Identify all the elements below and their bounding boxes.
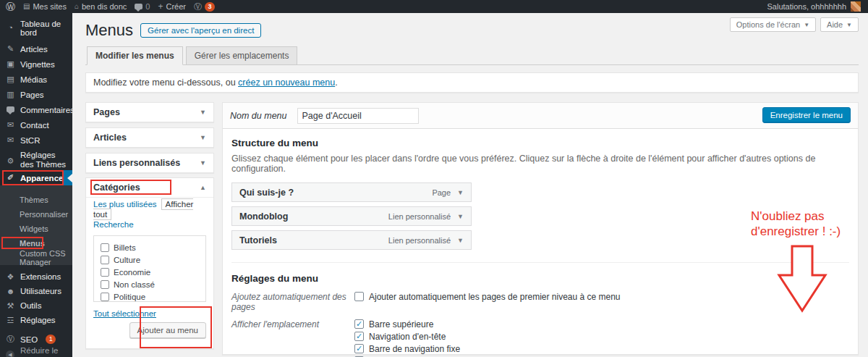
checkbox-checked[interactable]: ✓ xyxy=(354,319,364,329)
sidebar-item-appearance[interactable]: ✐ Apparence xyxy=(0,170,72,185)
submenu-item-custom-css[interactable]: Custom CSS Manager xyxy=(0,251,72,265)
tab-search[interactable]: Recherche xyxy=(93,220,134,229)
site-name-label: ben dis donc xyxy=(82,2,127,11)
sidebar-item-users[interactable]: ☻ Utilisateurs xyxy=(0,284,72,298)
structure-description: Glissez chaque élément pour les placer d… xyxy=(231,154,849,174)
checkbox-checked[interactable]: ✓ xyxy=(354,332,364,341)
sidebar-item-label: StCR xyxy=(20,136,40,145)
chevron-down-icon[interactable]: ▼ xyxy=(457,213,464,220)
settings-title: Réglages du menu xyxy=(231,273,849,284)
sidebar-item-settings[interactable]: ☲ Réglages xyxy=(0,313,72,327)
submenu-item-themes[interactable]: Thèmes xyxy=(0,193,72,207)
user-avatar[interactable] xyxy=(851,1,861,12)
sidebar-item-label: Extensions xyxy=(20,272,61,281)
wordpress-logo-menu[interactable]: Ⓦ xyxy=(6,2,15,12)
notice-text: Modifiez votre menu ci-dessous, ou xyxy=(93,77,238,88)
checkbox-unchecked[interactable] xyxy=(101,280,109,289)
admin-sidebar: ◔ Tableau de bord ✎ Articles ▣ Vignettes… xyxy=(0,13,72,357)
location-checkbox-header-nav[interactable]: ✓ Navigation d'en-tête xyxy=(354,331,475,342)
live-preview-button[interactable]: Gérer avec l'aperçu en direct xyxy=(140,23,261,38)
category-label: Non classé xyxy=(114,280,155,289)
sidebar-item-theme-settings[interactable]: ⚙ Réglages des Thèmes xyxy=(0,152,72,167)
seo-toolbar-menu[interactable]: Ⓥ 3 xyxy=(194,2,215,12)
sidebar-item-thumbnails[interactable]: ▣ Vignettes xyxy=(0,56,72,72)
checkbox-checked[interactable]: ✓ xyxy=(354,344,364,353)
sidebar-item-tools[interactable]: ⚒ Outils xyxy=(0,298,72,313)
sidebar-item-contact[interactable]: ✉ Contact xyxy=(0,117,72,133)
accordion-posts-header[interactable]: Articles ▼ xyxy=(86,128,213,147)
auto-add-checkbox-row[interactable]: Ajouter automatiquement les pages de pre… xyxy=(354,291,621,302)
auto-add-label: Ajoutez automatiquement des pages xyxy=(231,291,354,312)
menu-item-type: Page xyxy=(432,188,451,197)
submenu-item-menus[interactable]: Menus xyxy=(0,236,72,251)
sidebar-item-label: Médias xyxy=(20,75,47,84)
help-button[interactable]: Aide ▼ xyxy=(820,17,859,32)
menu-editor-panel: Nom du menu Enregistrer le menu Structur… xyxy=(222,102,859,355)
comment-bubble-icon xyxy=(135,4,142,9)
sidebar-item-collapse-menu[interactable]: ◀ Réduire le menu xyxy=(0,347,72,357)
save-menu-button-top[interactable]: Enregistrer le menu xyxy=(762,107,851,123)
create-new-menu-link[interactable]: créez un nouveau menu xyxy=(238,77,335,88)
accordion-pages-header[interactable]: Pages ▼ xyxy=(86,103,213,122)
accordion-custom-links-header[interactable]: Liens personnalisés ▼ xyxy=(86,154,213,172)
sidebar-item-label: SEO xyxy=(20,335,38,344)
menu-item-mondoblog[interactable]: Mondoblog Lien personnalisé ▼ xyxy=(231,206,472,226)
sidebar-item-comments[interactable]: Commentaires xyxy=(0,102,72,117)
checkbox-unchecked[interactable] xyxy=(101,256,109,264)
home-icon: ⌂ xyxy=(75,3,79,10)
add-to-menu-button[interactable]: Ajouter au menu xyxy=(129,322,206,338)
seo-badge: 1 xyxy=(46,335,56,344)
menu-name-input[interactable] xyxy=(297,108,419,124)
current-menu-arrow xyxy=(64,170,72,185)
menu-structure-list: Qui suis-je ? Page ▼ Mondoblog Lien pers… xyxy=(231,182,472,250)
accordion-categories: Catégories ▲ Les plus utiliséesAfficher … xyxy=(85,177,214,349)
category-checkbox-culture[interactable]: Culture xyxy=(101,253,205,266)
category-checkbox-non-classe[interactable]: Non classé xyxy=(101,278,205,290)
site-name-menu[interactable]: ⌂ ben dis donc xyxy=(75,2,127,11)
category-checklist: Billets Culture Economie Non classé xyxy=(93,235,206,302)
screen-options-button[interactable]: Options de l'écran ▼ xyxy=(730,17,816,32)
category-checkbox-economie[interactable]: Economie xyxy=(101,266,205,278)
location-checkbox-fixed-nav[interactable]: ✓ Barre de navigation fixe xyxy=(354,343,475,354)
sidebar-item-posts[interactable]: ✎ Articles xyxy=(0,41,72,56)
tab-edit-menus[interactable]: Modifier les menus xyxy=(87,46,183,65)
menu-item-label: Mondoblog xyxy=(239,211,288,222)
menu-item-qui-suis-je[interactable]: Qui suis-je ? Page ▼ xyxy=(231,182,472,202)
my-sites-menu[interactable]: ▤ Mes sites xyxy=(23,2,67,11)
new-content-label: Créer xyxy=(166,2,187,11)
menu-item-tutoriels[interactable]: Tutoriels Lien personnalisé ▼ xyxy=(231,230,472,250)
tab-manage-locations[interactable]: Gérer les emplacements xyxy=(186,46,298,65)
select-all-link[interactable]: Tout sélectionner xyxy=(93,309,156,318)
add-menu-items-column: Pages ▼ Articles ▼ Liens personnalisés ▼… xyxy=(85,102,214,354)
checkbox-unchecked[interactable] xyxy=(101,243,109,252)
chevron-down-icon: ▼ xyxy=(846,22,852,28)
checkbox-unchecked[interactable] xyxy=(101,268,109,277)
network-sites-icon: ▤ xyxy=(23,3,30,10)
tab-most-used[interactable]: Les plus utilisées xyxy=(93,200,157,209)
new-content-menu[interactable]: + Créer xyxy=(158,2,186,11)
checkbox-unchecked[interactable] xyxy=(354,292,364,301)
category-checkbox-politique[interactable]: Politique xyxy=(101,290,205,302)
sidebar-item-label: Commentaires xyxy=(20,106,75,114)
submenu-item-widgets[interactable]: Widgets xyxy=(0,222,72,236)
sidebar-item-stcr[interactable]: ✉ StCR xyxy=(0,133,72,148)
auto-add-option-label: Ajouter automatiquement les pages de pre… xyxy=(369,292,621,302)
sidebar-item-plugins[interactable]: ❖ Extensions xyxy=(0,269,72,284)
chevron-down-icon[interactable]: ▼ xyxy=(457,189,464,196)
location-checkbox-top-bar[interactable]: ✓ Barre supérieure xyxy=(354,319,475,329)
chevron-down-icon: ▼ xyxy=(200,109,206,116)
sidebar-item-pages[interactable]: ▥ Pages xyxy=(0,87,72,102)
category-checkbox-billets[interactable]: Billets xyxy=(101,241,205,253)
check-icon: ✓ xyxy=(356,320,362,328)
sidebar-item-dashboard[interactable]: ◔ Tableau de bord xyxy=(0,20,72,35)
chevron-down-icon[interactable]: ▼ xyxy=(457,237,464,244)
checkbox-unchecked[interactable] xyxy=(101,293,109,301)
dashboard-icon: ◔ xyxy=(6,24,15,32)
plugin-icon: ❖ xyxy=(6,273,15,281)
greeting-text[interactable]: Salutations, ohhhhhhh xyxy=(767,2,846,11)
comments-shortcut[interactable]: 0 xyxy=(135,2,150,11)
sidebar-item-seo[interactable]: Ⓥ SEO 1 xyxy=(0,332,72,347)
submenu-item-customize[interactable]: Personnaliser xyxy=(0,207,72,222)
sidebar-item-media[interactable]: ▤ Médias xyxy=(0,72,72,87)
accordion-categories-header[interactable]: Catégories ▲ xyxy=(86,178,213,197)
